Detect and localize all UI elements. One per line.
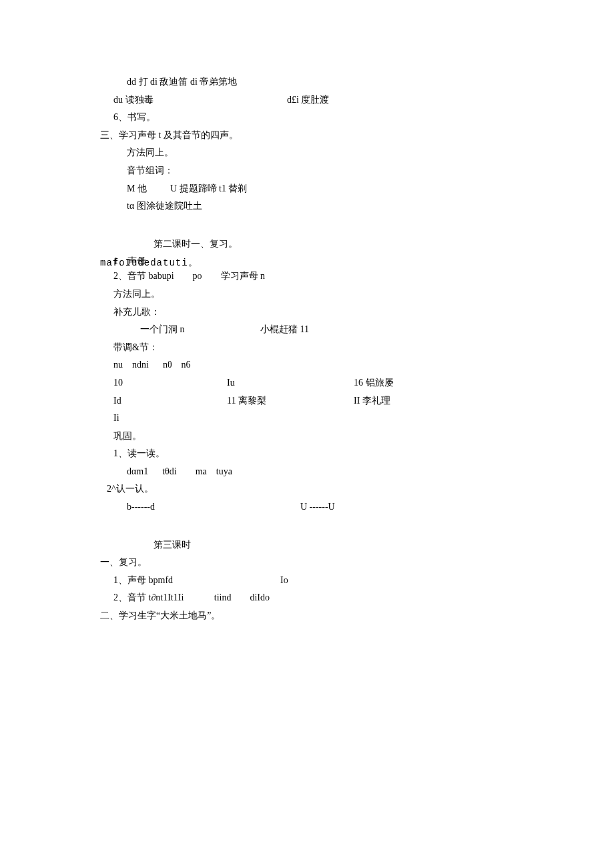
text-line: 方法同上。 — [100, 144, 514, 162]
text-row: Id 11 离黎梨 II 李礼理 — [100, 392, 514, 410]
text-line: 1、读一读。 — [100, 445, 514, 463]
text-row: b------d U ------U — [100, 498, 514, 516]
text-cell: 10 — [113, 374, 227, 392]
text-row: 一个门洞 n 小棍赶猪 11 — [100, 321, 514, 339]
text-row: du 读独毒 d£i 度肚渡 — [100, 91, 514, 109]
text-cell: 一个门洞 n — [140, 321, 260, 339]
text-cell: 1、声母 bpmfd — [113, 572, 280, 590]
subsection-heading: 第二课时一、复习。 — [100, 236, 514, 254]
subsection-heading: 第三课时 — [100, 536, 514, 554]
text-fragment: mafoIudedatuti。 — [100, 254, 198, 272]
section-heading: 三、学习声母 t 及其音节的四声。 — [100, 127, 514, 145]
text-line: 2、音节 t∂nt1It1Ii tiind diIdo — [100, 589, 514, 607]
text-cell: b------d — [127, 498, 300, 516]
text-line: 巩固。 — [100, 428, 514, 446]
text-cell: Io — [280, 572, 288, 590]
text-cell: 16 铝旅屡 — [354, 374, 394, 392]
text-cell: 小棍赶猪 11 — [260, 321, 309, 339]
text-line: 方法同上。 — [100, 286, 514, 304]
text-line: 音节组词： — [100, 162, 514, 180]
text-line: dαm1 tθdi ma tuya — [100, 463, 514, 481]
text-cell: II 李礼理 — [354, 392, 390, 410]
text-cell: 11 离黎梨 — [227, 392, 354, 410]
text-line: M 他 U 提题蹄啼 t1 替剃 — [100, 180, 514, 198]
text-line: nu ndni nθ n6 — [100, 356, 514, 374]
text-cell: Iu — [227, 374, 354, 392]
text-line: 6、书写。 — [100, 109, 514, 127]
text-line: Ii — [100, 410, 514, 428]
text-cell: Id — [113, 392, 227, 410]
text-row: 10 Iu 16 铝旅屡 — [100, 374, 514, 392]
text-cell: d£i 度肚渡 — [287, 91, 329, 109]
text-line: tα 图涂徒途院吐土 — [100, 197, 514, 215]
text-line: 2^认一认。 — [100, 480, 514, 498]
section-heading: 二、学习生字“大米土地马”。 — [100, 607, 514, 625]
text-line: 带调&节： — [100, 339, 514, 357]
overlap-line: 1、声母 mafoIudedatuti。 — [100, 253, 514, 268]
text-line: dd 打 di 敌迪笛 di 帝弟第地 — [100, 73, 514, 91]
text-cell: U ------U — [300, 498, 335, 516]
text-cell: du 读独毒 — [113, 91, 287, 109]
document-page: dd 打 di 敌迪笛 di 帝弟第地 du 读独毒 d£i 度肚渡 6、书写。… — [0, 0, 614, 625]
section-heading: 一、复习。 — [100, 554, 514, 572]
text-row: 1、声母 bpmfd Io — [100, 572, 514, 590]
text-line: 补充儿歌： — [100, 304, 514, 322]
